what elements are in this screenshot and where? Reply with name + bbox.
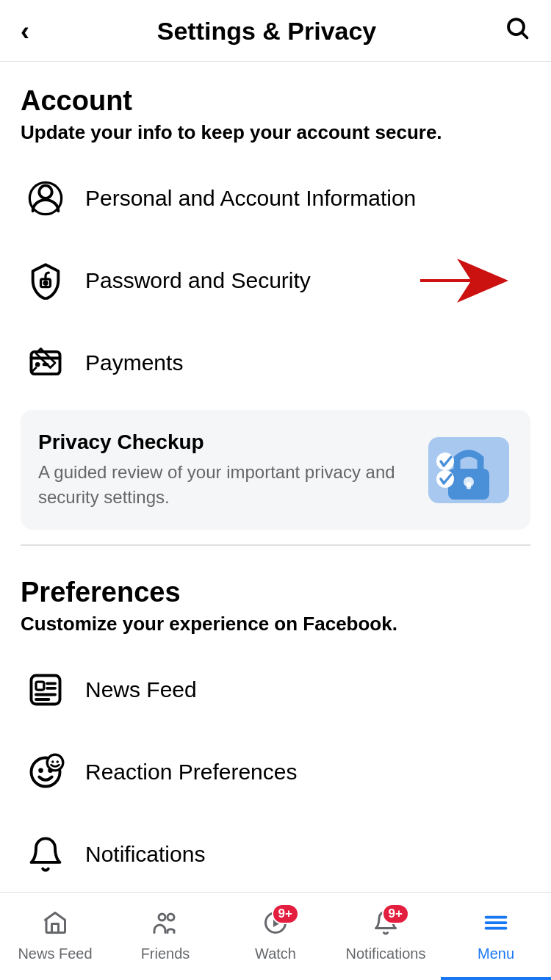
nav-watch-label: Watch <box>255 945 296 962</box>
newsfeed-icon <box>21 665 71 715</box>
svg-line-1 <box>522 33 527 38</box>
svg-point-17 <box>436 470 454 488</box>
back-button[interactable]: ‹ <box>21 16 29 47</box>
svg-point-25 <box>38 768 43 773</box>
preferences-title: Preferences <box>21 577 530 608</box>
main-content: Account Update your info to keep your ac… <box>0 62 551 978</box>
password-security-item[interactable]: Password and Security <box>21 239 530 322</box>
personal-account-item[interactable]: Personal and Account Information <box>21 157 530 239</box>
person-icon <box>21 173 71 223</box>
bell-icon <box>21 829 71 879</box>
nav-friends[interactable]: Friends <box>110 893 220 980</box>
shield-icon <box>21 256 71 306</box>
menu-icon <box>483 909 509 943</box>
svg-point-5 <box>44 282 46 284</box>
nav-watch[interactable]: 9+ Watch <box>220 893 331 980</box>
reaction-preferences-item[interactable]: Reaction Preferences <box>21 731 530 813</box>
preferences-section-header: Preferences Customize your experience on… <box>21 553 530 649</box>
nav-menu[interactable]: Menu <box>441 893 551 980</box>
svg-rect-19 <box>36 682 44 690</box>
payments-label: Payments <box>85 350 183 375</box>
section-divider <box>21 544 530 546</box>
privacy-card-description: A guided review of your important privac… <box>38 460 410 509</box>
privacy-checkup-card[interactable]: Privacy Checkup A guided review of your … <box>21 410 530 530</box>
personal-account-label: Personal and Account Information <box>85 186 416 211</box>
nav-news-feed[interactable]: News Feed <box>0 893 110 980</box>
privacy-checkup-illustration <box>425 433 513 507</box>
search-button[interactable] <box>504 15 530 48</box>
svg-point-28 <box>51 760 54 763</box>
nav-news-feed-label: News Feed <box>18 945 92 962</box>
password-security-label: Password and Security <box>85 268 311 293</box>
news-feed-label: News Feed <box>85 677 197 702</box>
watch-icon: 9+ <box>262 909 289 943</box>
reaction-icon <box>21 747 71 797</box>
bottom-navigation: News Feed Friends 9+ Watch <box>0 892 551 980</box>
notifications-badge: 9+ <box>382 904 409 924</box>
news-feed-item[interactable]: News Feed <box>21 649 530 731</box>
notifications-item[interactable]: Notifications <box>21 813 530 896</box>
nav-friends-label: Friends <box>141 945 190 962</box>
svg-point-36 <box>159 914 165 920</box>
account-subtitle: Update your info to keep your account se… <box>21 121 530 144</box>
friends-icon <box>152 909 179 943</box>
reaction-preferences-label: Reaction Preferences <box>85 760 298 785</box>
header: ‹ Settings & Privacy <box>0 0 551 62</box>
preferences-subtitle: Customize your experience on Facebook. <box>21 613 530 635</box>
svg-rect-15 <box>467 482 471 489</box>
svg-marker-6 <box>420 259 508 303</box>
account-title: Account <box>21 85 530 117</box>
svg-point-16 <box>436 453 454 470</box>
red-arrow-annotation <box>420 259 508 303</box>
svg-point-37 <box>168 914 174 920</box>
account-section-header: Account Update your info to keep your ac… <box>21 62 530 157</box>
svg-point-27 <box>47 754 63 771</box>
nav-menu-label: Menu <box>478 945 514 962</box>
payments-icon <box>21 338 71 388</box>
svg-point-2 <box>39 186 51 198</box>
nav-notifications[interactable]: 9+ Notifications <box>331 893 441 980</box>
payments-item[interactable]: Payments <box>21 322 530 404</box>
notifications-label: Notifications <box>85 842 205 867</box>
privacy-card-title: Privacy Checkup <box>38 430 410 454</box>
nav-bell-icon: 9+ <box>372 909 399 943</box>
svg-point-29 <box>57 760 59 763</box>
home-icon <box>42 909 68 943</box>
nav-notifications-label: Notifications <box>346 945 426 962</box>
watch-badge: 9+ <box>272 904 299 924</box>
page-title: Settings & Privacy <box>157 17 377 46</box>
